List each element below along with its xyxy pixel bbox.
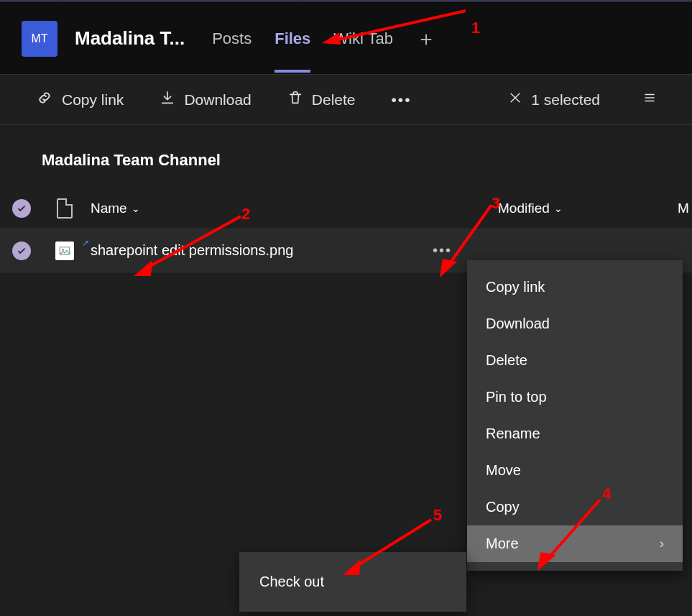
column-modified-label: Modified: [498, 201, 550, 216]
column-header-modified-by[interactable]: M: [678, 201, 692, 216]
link-icon: [36, 89, 53, 110]
column-header-modified[interactable]: Modified ⌄: [476, 201, 678, 216]
ellipsis-icon: •••: [433, 242, 452, 258]
file-name-label: sharepoint edit permissions.png: [91, 242, 293, 259]
copy-link-label: Copy link: [62, 91, 124, 109]
tab-posts[interactable]: Posts: [212, 29, 252, 73]
channel-header: MT Madalina T... Posts Files Wiki Tab ＋: [0, 3, 692, 75]
download-label: Download: [184, 91, 251, 109]
chevron-down-icon: ⌄: [554, 203, 563, 214]
menu-item-pin-to-top[interactable]: Pin to top: [467, 379, 683, 415]
row-checkbox[interactable]: [0, 242, 43, 260]
image-file-icon: [55, 242, 74, 260]
select-all-checkbox[interactable]: [0, 199, 43, 218]
more-submenu: Check out: [239, 552, 466, 612]
tab-strip: Posts Files Wiki Tab ＋: [212, 5, 436, 73]
share-badge-icon: ↗: [82, 238, 89, 248]
channel-title: Madalina Team Channel: [0, 125, 692, 188]
svg-point-1: [63, 249, 64, 250]
chevron-down-icon: ⌄: [132, 203, 140, 214]
team-name[interactable]: Madalina T...: [75, 27, 185, 50]
team-avatar[interactable]: MT: [22, 21, 57, 57]
close-selection-icon[interactable]: [508, 91, 522, 109]
column-name-label: Name: [91, 201, 127, 216]
more-actions-button[interactable]: •••: [391, 91, 411, 109]
file-type-icon: [43, 242, 86, 260]
delete-button[interactable]: Delete: [287, 90, 356, 109]
menu-item-check-out[interactable]: Check out: [239, 561, 466, 603]
ellipsis-icon: •••: [391, 91, 411, 109]
menu-item-move[interactable]: Move: [467, 452, 683, 489]
menu-item-delete[interactable]: Delete: [467, 342, 683, 379]
menu-item-copy[interactable]: Copy: [467, 489, 683, 525]
column-header-name[interactable]: Name ⌄: [86, 201, 476, 216]
delete-label: Delete: [312, 91, 356, 109]
tab-wiki[interactable]: Wiki Tab: [333, 29, 393, 73]
document-icon: [57, 198, 73, 219]
trash-icon: [287, 90, 303, 109]
view-options-icon[interactable]: [636, 90, 656, 109]
download-icon: [160, 90, 175, 109]
add-tab-button[interactable]: ＋: [416, 25, 436, 52]
selection-count[interactable]: 1 selected: [508, 91, 600, 109]
file-type-column-icon[interactable]: [43, 198, 86, 219]
check-icon: [12, 199, 31, 218]
file-toolbar: Copy link Download Delete ••• 1 selected: [0, 75, 692, 125]
copy-link-button[interactable]: Copy link: [36, 89, 124, 110]
file-list-header: Name ⌄ Modified ⌄ M: [0, 188, 692, 229]
menu-item-copy-link[interactable]: Copy link: [467, 269, 683, 305]
selection-count-label: 1 selected: [531, 91, 600, 109]
chevron-right-icon: ›: [660, 536, 664, 551]
check-icon: [12, 242, 31, 260]
tab-files[interactable]: Files: [275, 29, 310, 73]
menu-item-rename[interactable]: Rename: [467, 415, 683, 452]
download-button[interactable]: Download: [160, 90, 251, 109]
file-context-menu: Copy link Download Delete Pin to top Ren…: [467, 260, 683, 571]
menu-item-more[interactable]: More ›: [467, 525, 683, 562]
menu-item-download[interactable]: Download: [467, 305, 683, 342]
annotation-5: 5: [433, 506, 442, 525]
file-name-cell[interactable]: ↗ sharepoint edit permissions.png: [86, 242, 692, 259]
row-more-button[interactable]: •••: [433, 242, 452, 259]
